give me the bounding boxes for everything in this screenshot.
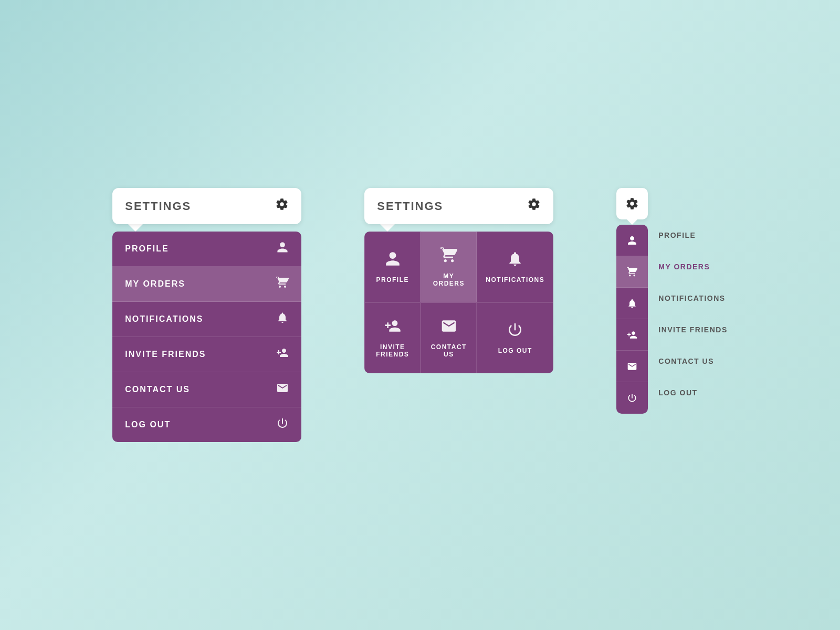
menu-item-orders-1[interactable]: MY ORDERS xyxy=(112,267,301,302)
grid-item-label-profile: PROFILE xyxy=(376,276,410,284)
profile-icon-1 xyxy=(276,241,289,257)
menu3-icon-invite[interactable] xyxy=(616,319,648,351)
grid-item-invite[interactable]: INVITE FRIENDS xyxy=(364,302,421,373)
orders-icon-1 xyxy=(276,276,289,292)
notifications-icon-2 xyxy=(507,250,523,271)
grid-item-label-logout: LOG OUT xyxy=(498,347,532,354)
menu-grid-container: SETTINGS PROFILE MY ORDERS xyxy=(364,188,553,373)
settings-header-2: SETTINGS xyxy=(364,188,553,224)
menu3-icon-list xyxy=(616,225,648,414)
menu-item-label-profile-1: PROFILE xyxy=(125,244,169,254)
gear-icon-1[interactable] xyxy=(275,197,289,215)
menu3-label-text-profile: PROFILE xyxy=(658,231,696,239)
menu-item-label-orders-1: MY ORDERS xyxy=(125,279,185,289)
menu3-icon-logout[interactable] xyxy=(616,382,648,414)
settings-header-3[interactable] xyxy=(616,188,648,219)
menu3-label-text-orders: MY ORDERS xyxy=(658,262,710,271)
invite-icon-1 xyxy=(276,346,289,362)
menu-item-label-logout-1: LOG OUT xyxy=(125,420,171,429)
menu3-icon-contact[interactable] xyxy=(616,351,648,382)
settings-title-1: SETTINGS xyxy=(125,200,191,213)
menu3-label-text-logout: LOG OUT xyxy=(658,388,697,397)
menu-item-label-invite-1: INVITE FRIENDS xyxy=(125,350,206,359)
menu-item-label-notifications-1: NOTIFICATIONS xyxy=(125,314,203,324)
gear-icon-2[interactable] xyxy=(527,197,541,215)
menu3-wrapper xyxy=(616,188,648,414)
arrow-down-2 xyxy=(380,224,395,232)
profile-icon-2 xyxy=(384,250,401,271)
settings-header-1: SETTINGS xyxy=(112,188,301,224)
grid-item-label-invite: INVITE FRIENDS xyxy=(373,343,412,358)
menu-grid: PROFILE MY ORDERS NOTIFICATIONS xyxy=(364,232,553,373)
menu-vertical: SETTINGS PROFILE MY ORDERS xyxy=(112,188,301,442)
menu3-label-notifications[interactable]: NOTIFICATIONS xyxy=(658,282,727,314)
menu-item-notifications-1[interactable]: NOTIFICATIONS xyxy=(112,302,301,337)
logout-icon-2 xyxy=(507,321,523,342)
menu-item-invite-1[interactable]: INVITE FRIENDS xyxy=(112,337,301,372)
menu3-label-orders[interactable]: MY ORDERS xyxy=(658,251,727,282)
menu3-icon-orders[interactable] xyxy=(616,256,648,288)
grid-item-label-notifications: NOTIFICATIONS xyxy=(486,276,544,284)
grid-item-contact[interactable]: CONTACT US xyxy=(421,302,477,373)
menu3-label-text-contact: CONTACT US xyxy=(658,357,714,365)
grid-item-profile[interactable]: PROFILE xyxy=(364,232,421,302)
grid-item-orders[interactable]: MY ORDERS xyxy=(421,232,477,302)
menu3-icon-profile[interactable] xyxy=(616,225,648,256)
main-container: SETTINGS PROFILE MY ORDERS xyxy=(112,188,727,442)
menu3-label-logout[interactable]: LOG OUT xyxy=(658,377,727,408)
menu3-label-text-invite: INVITE FRIENDS xyxy=(658,326,727,334)
menu3-icon-notifications[interactable] xyxy=(616,288,648,319)
menu3-label-invite[interactable]: INVITE FRIENDS xyxy=(658,314,727,345)
contact-icon-2 xyxy=(440,318,457,338)
menu3-label-list: PROFILE MY ORDERS NOTIFICATIONS INVITE F… xyxy=(648,188,727,408)
grid-item-notifications[interactable]: NOTIFICATIONS xyxy=(477,232,553,302)
menu3-label-profile[interactable]: PROFILE xyxy=(658,219,727,251)
menu3-label-text-notifications: NOTIFICATIONS xyxy=(658,294,725,302)
arrow-down-1 xyxy=(128,224,143,232)
arrow-down-3 xyxy=(627,219,637,225)
menu3-label-contact[interactable]: CONTACT US xyxy=(658,345,727,377)
settings-title-2: SETTINGS xyxy=(377,200,443,213)
grid-item-label-contact: CONTACT US xyxy=(429,343,468,358)
menu-list-1: PROFILE MY ORDERS NOTIFICATIONS xyxy=(112,232,301,442)
menu-item-contact-1[interactable]: CONTACT US xyxy=(112,372,301,407)
orders-icon-2 xyxy=(440,247,457,267)
grid-item-logout[interactable]: LOG OUT xyxy=(477,302,553,373)
menu-sidebar-container: PROFILE MY ORDERS NOTIFICATIONS INVITE F… xyxy=(616,188,727,414)
menu-item-label-contact-1: CONTACT US xyxy=(125,385,190,394)
menu-item-logout-1[interactable]: LOG OUT xyxy=(112,407,301,442)
invite-icon-2 xyxy=(384,318,401,338)
notifications-icon-1 xyxy=(276,311,289,327)
logout-icon-1 xyxy=(276,417,289,433)
contact-icon-1 xyxy=(276,382,289,397)
grid-item-label-orders: MY ORDERS xyxy=(429,272,468,287)
menu-item-profile-1[interactable]: PROFILE xyxy=(112,232,301,267)
